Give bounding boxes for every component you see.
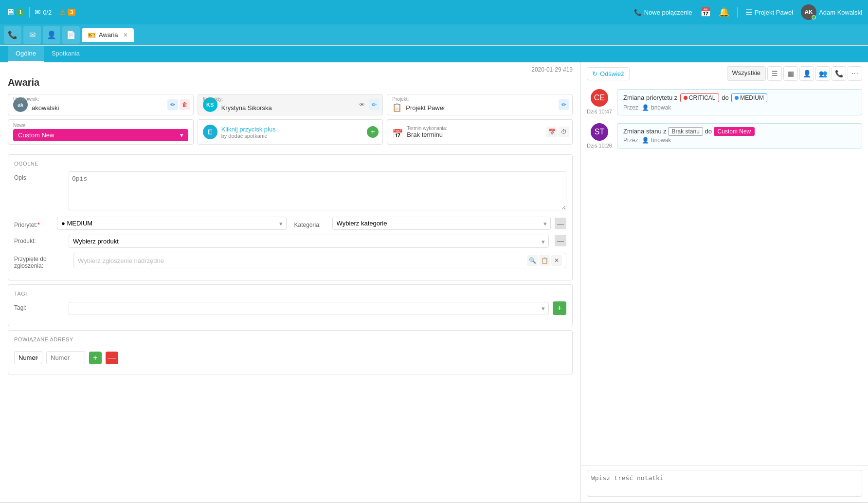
- parent-search-actions: 🔍 📋 ✕: [527, 255, 562, 266]
- description-label: Opis:: [14, 171, 63, 181]
- monitor-badge[interactable]: 🖥 1: [6, 7, 24, 18]
- user-tab-icon[interactable]: 👤: [43, 26, 60, 44]
- left-panel: 2020-01-29 #19 Awaria Użytkownik: ak ako…: [0, 62, 581, 502]
- view-contact-btn[interactable]: 👁: [357, 99, 367, 110]
- address-number-input[interactable]: [46, 351, 85, 364]
- state-nowe-label: Nowe: [13, 123, 26, 128]
- divider: [29, 7, 30, 18]
- calendar-deadline-icon: 📅: [392, 129, 403, 139]
- note-area: [581, 466, 868, 502]
- category-remove-btn[interactable]: —: [555, 218, 566, 229]
- product-field-row: Produkt: Wybierz produkt —: [14, 235, 566, 248]
- add-address-btn[interactable]: +: [89, 352, 102, 364]
- state-chevron-icon: ▾: [180, 131, 183, 139]
- product-remove-btn[interactable]: —: [555, 235, 566, 246]
- subtabs: Ogólne Spotkania: [0, 46, 868, 62]
- user-actions: ✏ 🗑: [167, 99, 190, 110]
- parent-search-btn[interactable]: 🔍: [527, 255, 538, 266]
- note-input[interactable]: [587, 470, 862, 497]
- activity-left-2: ST Dziś 10:26: [587, 123, 612, 149]
- product-select[interactable]: Wybierz produkt: [69, 235, 549, 248]
- delete-user-btn[interactable]: 🗑: [180, 99, 190, 110]
- add-tag-btn[interactable]: +: [553, 301, 566, 315]
- tab-close-btn[interactable]: ✕: [123, 32, 128, 38]
- email-badge[interactable]: ✉ 0/2: [35, 8, 52, 17]
- edit-contact-btn[interactable]: ✏: [369, 99, 380, 110]
- general-section-title: Ogólne: [14, 161, 566, 167]
- deadline-clock-btn[interactable]: ⏱: [559, 127, 569, 137]
- notifications-btn[interactable]: 🔔: [719, 7, 729, 18]
- add-meeting-btn[interactable]: +: [367, 126, 379, 138]
- address-row: Numer + —: [14, 347, 566, 368]
- contacts-label: Kontakty:: [203, 96, 223, 102]
- filter-table-btn[interactable]: ▦: [783, 66, 798, 81]
- parent-clear-btn[interactable]: ✕: [551, 255, 562, 266]
- edit-user-btn[interactable]: ✏: [167, 99, 178, 110]
- monitor-icon: 🖥: [6, 7, 15, 18]
- deadline-calendar-btn[interactable]: 📅: [546, 127, 557, 137]
- deadline-value: Brak terminu: [407, 131, 447, 138]
- tags-section-title: Tagi: [14, 291, 566, 297]
- parent-label: Przypięte do zgłoszenia:: [14, 253, 68, 269]
- project-value: Projekt Paweł: [406, 104, 444, 112]
- addresses-title: Powiązane adresy: [14, 336, 566, 342]
- category-group: Kategoria: Wybierz kategorie —: [294, 217, 567, 230]
- project-icon: 📋: [392, 103, 402, 112]
- parent-ticket-row: Przypięte do zgłoszenia: Wybierz zgłosze…: [14, 253, 566, 269]
- main-layout: 2020-01-29 #19 Awaria Użytkownik: ak ako…: [0, 62, 868, 502]
- tags-input-row: +: [69, 301, 566, 315]
- activity-time-2: Dziś 10:26: [587, 143, 612, 149]
- subtab-meetings[interactable]: Spotkania: [44, 46, 88, 62]
- remove-address-btn[interactable]: —: [106, 352, 118, 364]
- divider2: [737, 7, 738, 18]
- alert-badge[interactable]: ⚠ 3: [59, 8, 75, 17]
- description-input[interactable]: [69, 171, 566, 210]
- bell-icon: 🔔: [719, 7, 729, 18]
- activity-text-1: Zmiana priorytetu z CRITICAL do MEDIUM: [623, 93, 856, 102]
- meeting-icon: 🗓: [203, 125, 217, 139]
- address-type-select[interactable]: Numer: [14, 351, 42, 364]
- info-row: Użytkownik: ak akowalski ✏ 🗑 Kontakty: K…: [0, 94, 580, 119]
- user-block: Użytkownik: ak akowalski ✏ 🗑: [8, 94, 194, 115]
- topbar: 🖥 1 ✉ 0/2 ⚠ 3 📞 Nowe połączenie 📅 🔔 ☰ Pr…: [0, 0, 868, 24]
- new-connection-btn[interactable]: 📞 Nowe połączenie: [634, 9, 692, 16]
- author-icon-2: 👤: [642, 137, 649, 144]
- filter-more-btn[interactable]: ⋯: [848, 66, 862, 81]
- state-display[interactable]: Custom New ▾: [13, 129, 188, 141]
- user-value: akowalski: [32, 104, 59, 112]
- activity-feed: CE Dziś 10:47 Zmiana priorytetu z CRITIC…: [581, 85, 868, 466]
- filter-list-btn[interactable]: ☰: [767, 66, 782, 81]
- tags-section: Tagi Tagi: +: [8, 284, 573, 326]
- user-name: Adam Kowalski: [819, 9, 862, 16]
- file-tab-icon[interactable]: 📄: [62, 26, 80, 44]
- filter-all-btn[interactable]: Wszystkie: [727, 66, 766, 81]
- parent-placeholder: Wybierz zgłoszenie nadrzędne: [78, 257, 524, 264]
- activity-left: CE Dziś 10:47: [587, 89, 612, 115]
- edit-project-btn[interactable]: ✏: [559, 99, 569, 110]
- phone-tab-icon[interactable]: 📞: [4, 26, 21, 44]
- category-select[interactable]: Wybierz kategorie: [332, 217, 551, 230]
- activity-to-label: do: [722, 94, 730, 101]
- priority-select[interactable]: ● MEDIUM ● HIGH ● LOW ● CRITICAL: [57, 217, 287, 230]
- email-tab-icon[interactable]: ✉: [23, 26, 41, 44]
- filter-group-btn[interactable]: 👥: [815, 66, 830, 81]
- tags-select[interactable]: [69, 302, 549, 315]
- meeting-info: Kliknij przycisk plus by dodać spotkanie: [221, 126, 276, 139]
- project-menu[interactable]: ☰ Projekt Paweł: [745, 8, 793, 17]
- user-menu[interactable]: AK Adam Kowalski: [801, 4, 862, 20]
- calendar-btn[interactable]: 📅: [700, 7, 711, 18]
- state-value: Custom New: [18, 131, 54, 139]
- filter-phone-btn[interactable]: 📞: [832, 66, 846, 81]
- subtab-general[interactable]: Ogólne: [8, 46, 44, 62]
- state-dropdown[interactable]: Custom New ▾: [13, 129, 188, 141]
- parent-field: Wybierz zgłoszenie nadrzędne 🔍 📋 ✕: [73, 253, 566, 268]
- parent-copy-btn[interactable]: 📋: [539, 255, 550, 266]
- tags-select-wrapper: [69, 302, 549, 315]
- filter-user-btn[interactable]: 👤: [799, 66, 814, 81]
- activity-text-2: Zmiana stanu z Brak stanu do Custom New: [623, 128, 856, 135]
- ticket-tab[interactable]: 🎫 Awaria ✕: [82, 28, 134, 42]
- project-block: Projekt: 📋 Projekt Paweł ✏: [387, 94, 573, 115]
- phone-icon: 📞: [634, 9, 642, 16]
- refresh-btn[interactable]: ↻ Odśwież: [587, 67, 630, 80]
- priority-select-wrapper: ● MEDIUM ● HIGH ● LOW ● CRITICAL: [57, 217, 287, 230]
